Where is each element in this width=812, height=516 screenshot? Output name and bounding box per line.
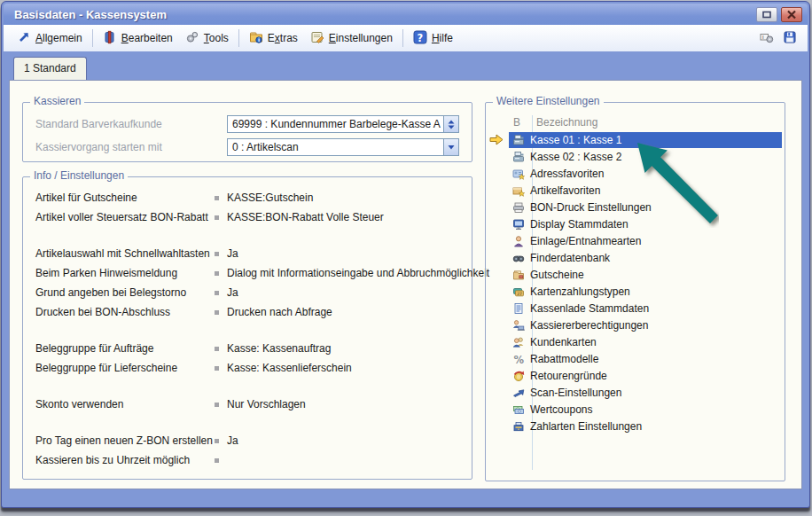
menu-item-hilfe[interactable]: ? Hilfe [407,27,459,50]
printer-icon [511,201,527,214]
settings-item-label: Finderdatenbank [530,252,610,264]
info-row-value: Dialog mit Informationseingabe und Abbru… [227,267,489,279]
svg-text:?: ? [418,31,424,43]
settings-list-item[interactable]: Finderdatenbank [486,249,785,266]
clamp-edit-icon [103,30,117,47]
article-star-icon [511,184,527,197]
window-title: Basisdaten - Kassensystem [14,8,756,21]
info-row-label: Artikelauswahl mit Schnellwahltasten [35,247,210,260]
toolbar-right-icons: I [760,30,800,47]
info-row-value: Ja [227,286,238,299]
settings-list-item[interactable]: BON-Druck Einstellungen [486,199,785,215]
settings-list-item[interactable]: Adressfavoriten [486,165,785,182]
settings-list-item[interactable]: Kasse 02 : Kasse 2 [486,148,785,165]
binoculars-icon [511,252,527,264]
settings-item-label: Display Stammdaten [530,218,629,231]
save-icon[interactable] [783,30,797,47]
content-panel: Kassieren Standard Barverkaufkunde 69999… [9,80,802,489]
voucher-folder-icon [511,269,527,281]
settings-list-item[interactable]: Display Stammdaten [486,215,785,232]
settings-item-label: Kasse 02 : Kasse 2 [530,151,621,163]
payment-icon [511,420,527,433]
settings-list-item[interactable]: Kassiererberechtigungen [486,317,785,333]
menubar-items: Allgemein Bearbeiten Tools i Extras Eins… [11,27,459,50]
info-row: Pro Tag einen neuen Z-BON erstellen Ja [23,432,472,451]
settings-list-item[interactable]: % Rabattmodelle [486,350,785,367]
settings-list-item[interactable]: Wertcoupons [486,401,785,418]
menu-item-bearbeiten[interactable]: Bearbeiten [97,27,179,50]
settings-list-item[interactable]: 27 Kartenzahlungstypen [486,283,785,300]
bullet-icon [215,439,219,443]
info-row-value: Ja [227,247,238,260]
settings-item-label: Einlage/Entnahmearten [530,235,641,247]
spinner-down-icon [448,125,455,129]
bullet-icon [215,252,219,256]
menu-bar: Allgemein Bearbeiten Tools i Extras Eins… [4,25,808,51]
menu-item-label: Hilfe [432,32,453,44]
scan-icon [511,387,527,399]
info-row: Skonto verwenden Nur Vorschlagen [23,395,472,415]
info-row: Beleggruppe für Lieferscheine Kasse: Kas… [23,359,472,379]
notepad-pencil-icon [310,30,324,47]
info-row: Artikel für Gutscheine KASSE:Gutschein [23,189,472,208]
info-row-label: Pro Tag einen neuen Z-BON erstellen [35,434,213,447]
info-row: Drucken bei BON-Abschluss Drucken nach A… [23,303,472,323]
group-kassieren-legend: Kassieren [30,95,84,107]
restore-button[interactable] [756,7,777,22]
svg-text:27: 27 [517,291,522,295]
settings-list-item[interactable]: Zahlarten Einstellungen [486,418,785,434]
close-button[interactable] [781,7,802,22]
settings-list-item[interactable]: Kundenkarten [486,333,785,350]
menu-item-einstellungen[interactable]: Einstellungen [304,27,399,50]
field-settings-icon[interactable]: I [760,30,774,47]
cards-icon: 27 [511,285,527,298]
group-weitere-legend: Weitere Einstellungen [493,95,604,107]
settings-item-label: Wertcoupons [530,403,592,416]
svg-text:i: i [258,36,260,43]
spinner-buttons[interactable] [443,116,458,132]
info-row-value: Kasse: Kassenauftrag [227,342,331,355]
settings-item-label: Kassenlade Stammdaten [530,302,649,315]
tab-standard[interactable]: 1 Standard [13,57,87,80]
person-icon [511,235,527,247]
barverkaufkunde-spinner-field[interactable]: 69999 : Kundennummer Barbelege-Kasse A [227,115,459,133]
tab-label: 1 Standard [24,62,76,74]
bullet-icon [215,215,219,220]
menu-item-tools[interactable]: Tools [179,27,235,50]
info-row-label: Beim Parken Hinweismeldung [35,267,177,279]
settings-item-label: Kartenzahlungstypen [530,285,630,298]
bullet-icon [215,347,219,351]
coupons-icon [511,403,527,416]
settings-list-item[interactable]: Gutscheine [486,266,785,283]
settings-list-item[interactable]: Retourengründe [486,367,785,384]
bullet-icon [215,271,219,276]
bullet-icon [215,366,219,371]
info-rows: Artikel für Gutscheine KASSE:Gutschein A… [23,177,472,471]
info-row: Beim Parken Hinweismeldung Dialog mit In… [23,264,472,284]
folder-info-icon: i [249,30,263,47]
settings-list-item[interactable]: Kasse 01 : Kasse 1 [486,131,785,148]
app-window: Basisdaten - Kassensystem Allgemein Bear… [1,1,810,508]
menu-separator [92,29,93,47]
kassiervorgang-dropdown[interactable]: 0 : Artikelscan [227,138,459,156]
menu-item-label: Einstellungen [329,32,393,44]
settings-list: Kasse 01 : Kasse 1 Kasse 02 : Kasse 2 Ad… [486,131,785,434]
settings-item-label: Kasse 01 : Kasse 1 [530,134,621,146]
dropdown-button[interactable] [443,139,458,155]
group-weitere-einstellungen: Weitere Einstellungen B Bezeichnung Kass… [485,102,785,481]
info-row: Artikelauswahl mit Schnellwahltasten Ja [23,245,472,264]
menu-item-allgemein[interactable]: Allgemein [11,27,89,50]
title-bar[interactable]: Basisdaten - Kassensystem [4,4,808,25]
settings-list-item[interactable]: Kassenlade Stammdaten [486,300,785,317]
menu-item-extras[interactable]: i Extras [243,27,304,50]
percent-icon: % [511,353,527,365]
info-row: Grund angeben bei Belegstorno Ja [23,284,472,303]
group-kassieren: Kassieren Standard Barverkaufkunde 69999… [22,102,472,162]
kassiervorgang-value: 0 : Artikelscan [228,139,443,155]
settings-list-item[interactable]: Einlage/Entnahmearten [486,232,785,249]
info-row-label: Grund angeben bei Belegstorno [35,286,186,299]
settings-list-item[interactable]: Artikelfavoriten [486,182,785,199]
settings-list-item[interactable]: Scan-Einstellungen [486,384,785,401]
restore-icon [761,10,773,20]
address-star-icon [511,168,527,180]
